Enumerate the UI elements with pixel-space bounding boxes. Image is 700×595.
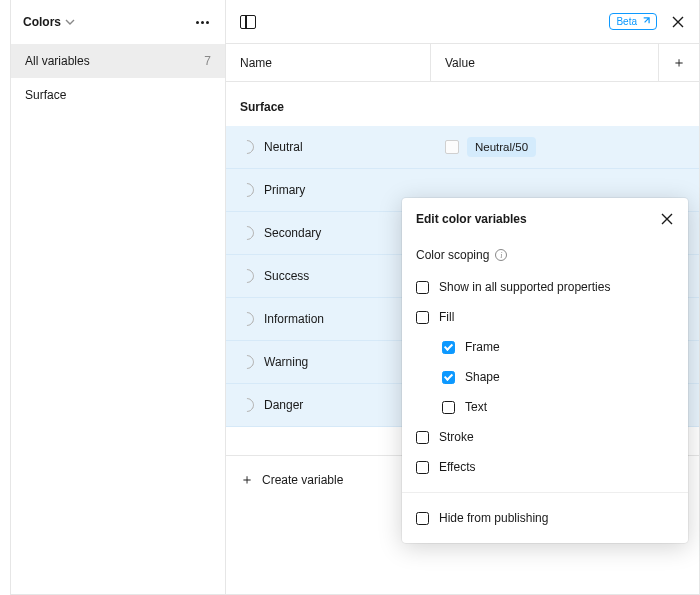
color-variable-icon: [237, 223, 257, 243]
sidebar-toggle-icon[interactable]: [240, 15, 256, 29]
edit-variables-popover: Edit color variables Color scoping i Sho…: [402, 198, 688, 543]
alias-chip: Neutral/50: [467, 137, 536, 157]
color-variable-icon: [237, 395, 257, 415]
table-header: Name Value ＋: [226, 44, 699, 82]
close-panel-button[interactable]: [671, 15, 685, 29]
checkbox-hide-publishing[interactable]: Hide from publishing: [402, 503, 688, 533]
checkbox-icon: [442, 371, 455, 384]
main-header: Beta: [226, 0, 699, 44]
checkbox-icon: [442, 401, 455, 414]
variable-name-label: Neutral: [264, 140, 303, 154]
checkbox-frame[interactable]: Frame: [402, 332, 688, 362]
color-swatch: [445, 140, 459, 154]
variable-name-cell: Secondary: [226, 226, 431, 240]
collection-name-label: Colors: [23, 15, 61, 29]
column-header-name: Name: [226, 44, 431, 81]
column-header-value: Value: [431, 44, 659, 81]
sidebar-group-surface[interactable]: Surface: [11, 78, 225, 112]
checkbox-icon: [442, 341, 455, 354]
checkbox-label: Shape: [465, 370, 500, 384]
close-edit-panel-button[interactable]: [660, 212, 674, 226]
group-header: Surface: [226, 82, 699, 126]
color-variable-icon: [237, 180, 257, 200]
checkbox-label: Fill: [439, 310, 454, 324]
checkbox-icon: [416, 311, 429, 324]
checkbox-icon: [416, 512, 429, 525]
checkbox-label: Stroke: [439, 430, 474, 444]
edit-panel-title: Edit color variables: [416, 212, 527, 226]
edit-panel-header: Edit color variables: [402, 198, 688, 232]
checkbox-stroke[interactable]: Stroke: [402, 422, 688, 452]
info-icon[interactable]: i: [495, 249, 507, 261]
beta-label: Beta: [616, 16, 637, 27]
add-column-button[interactable]: ＋: [659, 44, 699, 81]
all-variables-row[interactable]: All variables 7: [11, 44, 225, 78]
variable-name-cell: Information: [226, 312, 431, 326]
variable-name-label: Secondary: [264, 226, 321, 240]
color-variable-icon: [237, 309, 257, 329]
checkbox-shape[interactable]: Shape: [402, 362, 688, 392]
checkbox-effects[interactable]: Effects: [402, 452, 688, 482]
variable-name-cell: Danger: [226, 398, 431, 412]
chevron-down-icon: [65, 17, 75, 27]
sidebar: Colors All variables 7 Surface: [11, 0, 226, 594]
color-variable-icon: [237, 352, 257, 372]
variable-name-cell: Primary: [226, 183, 431, 197]
beta-badge[interactable]: Beta: [609, 13, 657, 30]
checkbox-fill[interactable]: Fill: [402, 302, 688, 332]
close-icon: [660, 212, 674, 226]
variable-value-cell[interactable]: Neutral/50: [431, 137, 699, 157]
plus-icon: ＋: [672, 54, 686, 72]
plus-icon: ＋: [240, 471, 254, 489]
variable-name-cell: Success: [226, 269, 431, 283]
color-scoping-label: Color scoping i: [402, 232, 688, 272]
external-link-icon: [641, 17, 650, 26]
variable-name-cell: Warning: [226, 355, 431, 369]
color-variable-icon: [237, 137, 257, 157]
checkbox-label: Hide from publishing: [439, 511, 548, 525]
variable-name-label: Danger: [264, 398, 303, 412]
divider: [402, 492, 688, 493]
sidebar-header: Colors: [11, 0, 225, 44]
checkbox-label: Show in all supported properties: [439, 280, 610, 294]
create-variable-label: Create variable: [262, 473, 343, 487]
variable-name-label: Warning: [264, 355, 308, 369]
close-icon: [671, 15, 685, 29]
checkbox-icon: [416, 281, 429, 294]
collection-dropdown[interactable]: Colors: [23, 15, 75, 29]
checkbox-label: Text: [465, 400, 487, 414]
color-variable-icon: [237, 266, 257, 286]
all-variables-label: All variables: [25, 54, 90, 68]
checkbox-icon: [416, 431, 429, 444]
variable-row[interactable]: Neutral Neutral/50: [226, 126, 699, 169]
all-variables-count: 7: [204, 54, 211, 68]
checkbox-text[interactable]: Text: [402, 392, 688, 422]
variable-name-label: Success: [264, 269, 309, 283]
checkbox-label: Frame: [465, 340, 500, 354]
sidebar-group-label: Surface: [25, 88, 66, 102]
checkbox-label: Effects: [439, 460, 475, 474]
variable-name-label: Information: [264, 312, 324, 326]
checkbox-show-all[interactable]: Show in all supported properties: [402, 272, 688, 302]
checkbox-icon: [416, 461, 429, 474]
variable-name-cell: Neutral: [226, 140, 431, 154]
more-icon[interactable]: [192, 17, 213, 28]
variable-name-label: Primary: [264, 183, 305, 197]
